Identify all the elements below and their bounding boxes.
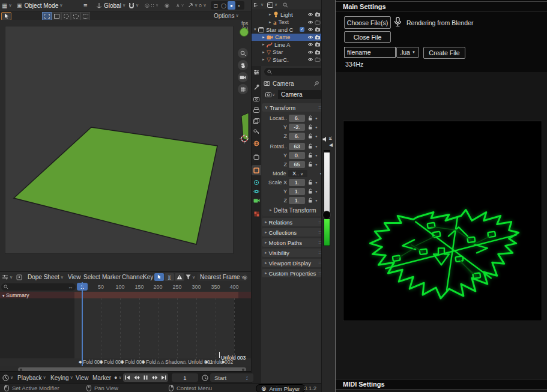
rotation-mode-dropdown[interactable]: X..∨ (288, 170, 308, 177)
disable-render-camera-icon[interactable] (315, 27, 321, 32)
section-collections[interactable]: ▸Collections∷∷ (262, 228, 325, 237)
menu-select[interactable]: Select (83, 272, 100, 282)
section-custom-properties[interactable]: ▸Custom Properties∷∷ (262, 269, 325, 277)
expand-arrow-icon[interactable]: ▸ (262, 50, 267, 55)
disable-render-camera-icon[interactable] (315, 12, 321, 17)
channel-search-input[interactable]: ↔ (1, 283, 76, 291)
expand-arrow-icon[interactable]: ▸ (262, 35, 267, 40)
object-name-field[interactable]: Camera (278, 90, 322, 99)
tab-world[interactable] (252, 138, 261, 148)
proportional-edit-icon[interactable]: ◎∷∨ (145, 0, 159, 11)
tool-variant-extra[interactable] (80, 12, 90, 20)
animate-dot-icon[interactable]: ● (315, 134, 318, 138)
menu-view[interactable]: View (68, 272, 81, 282)
outliner-row-star[interactable]: ▸ ▽ Star (252, 49, 322, 56)
scrollbar-zoom-handle[interactable] (242, 369, 244, 371)
close-icon[interactable]: ⊗ (261, 385, 266, 392)
lock-icon[interactable] (308, 152, 313, 158)
ortho-grid-icon[interactable] (238, 84, 248, 94)
animate-dot-icon[interactable]: ● (315, 181, 318, 184)
lock-icon[interactable] (308, 198, 313, 203)
pan-hand-icon[interactable] (238, 60, 248, 70)
outliner-row-text[interactable]: ▸ a Text (252, 19, 322, 26)
filename-input[interactable] (344, 47, 396, 58)
nav-axis-ball-icon[interactable] (240, 28, 249, 37)
lock-icon[interactable] (308, 143, 313, 149)
hide-channels-toggle[interactable]: ][ (165, 273, 174, 281)
lock-icon[interactable] (308, 188, 313, 194)
marker-label[interactable]: Fold (146, 359, 156, 365)
collapse-arrow-icon[interactable]: ▾ (254, 27, 258, 32)
playhead-line[interactable] (82, 282, 83, 366)
shading-solid-icon[interactable]: ◯ (220, 1, 228, 10)
menu-keying[interactable]: Keying∨ (50, 372, 73, 384)
id-type-dropdown[interactable]: ∨ (262, 90, 278, 99)
jump-to-start-button[interactable] (123, 373, 132, 382)
selected-marker-label[interactable]: Unfold 003 (221, 355, 246, 361)
hide-eye-icon[interactable] (307, 50, 313, 55)
marker-label[interactable]: Shadow (165, 359, 184, 365)
summary-channel-row[interactable]: ▾ Summary (0, 292, 251, 298)
scrollbar-zoom-handle[interactable] (20, 369, 22, 371)
filter-funnel-icon[interactable]: ∨ (186, 272, 195, 282)
only-selected-toggle[interactable] (154, 273, 164, 281)
number-field[interactable]: 1. (289, 188, 305, 195)
keyframe-area[interactable] (0, 298, 251, 358)
expand-arrow-icon[interactable]: ▸ (262, 57, 267, 62)
next-keyframe-button[interactable] (150, 373, 159, 382)
tab-view-layer[interactable] (252, 116, 261, 126)
3d-viewport[interactable]: fps (1) (0, 20, 251, 271)
zoom-icon[interactable] (238, 48, 248, 58)
pivot-point-icon[interactable]: ◉ (165, 0, 169, 11)
shading-wireframe-icon[interactable]: ▢ (212, 1, 220, 10)
menu-channel[interactable]: Channel (122, 272, 144, 282)
section-relations[interactable]: ▸Relations∷∷ (262, 218, 325, 226)
pause-button[interactable] (141, 373, 150, 382)
lock-icon[interactable] (308, 161, 313, 167)
options-dropdown[interactable]: Options∨ (214, 11, 239, 20)
expand-arrow-icon[interactable]: ▸ (262, 42, 267, 47)
gizmo-toggle-icon[interactable]: ∨ (187, 0, 198, 11)
tool-variant-lasso[interactable] (71, 12, 80, 20)
shading-material-icon[interactable]: ● (228, 1, 235, 10)
editor-type-button[interactable]: ∨ (2, 372, 13, 384)
disable-render-camera-icon[interactable] (315, 50, 321, 55)
use-preview-range-clock-icon[interactable] (202, 372, 208, 384)
extension-dropdown[interactable]: .lua ▼ (396, 47, 419, 58)
breadcrumb-label[interactable]: Camera (273, 80, 294, 87)
choose-files-button[interactable]: Choose File(s) (344, 16, 391, 29)
tab-texture[interactable] (252, 209, 261, 219)
lock-icon[interactable] (308, 115, 313, 121)
animate-dot-icon[interactable]: ● (315, 163, 318, 166)
outliner-search-icon[interactable] (283, 2, 288, 8)
green-plane-object[interactable] (14, 127, 217, 244)
menu-playback[interactable]: Playback∨ (17, 372, 46, 384)
disable-render-camera-icon[interactable] (315, 57, 321, 62)
overlays-toggle-icon[interactable]: ○∨ (199, 0, 207, 11)
expand-arrow-icon[interactable]: ▸ (269, 20, 273, 25)
animate-dot-icon[interactable]: ● (315, 125, 318, 129)
marker-camera-triangle-icon[interactable]: △ (157, 360, 160, 364)
menu-key[interactable]: Key (143, 272, 153, 282)
show-errors-toggle[interactable] (175, 273, 184, 281)
number-field[interactable]: 6. (289, 133, 305, 140)
delta-transform-header[interactable]: ▸Delta Transform (268, 207, 316, 214)
lock-icon[interactable] (308, 179, 313, 185)
outliner-filter-image-icon[interactable]: ∨ (267, 0, 277, 10)
tool-variant-tweak[interactable] (42, 12, 52, 20)
section-motion-paths[interactable]: ▸Motion Paths∷∷ (262, 238, 325, 247)
volume-slider-track[interactable] (324, 150, 330, 213)
expand-range-icon[interactable]: ↔ (68, 284, 73, 290)
animate-dot-icon[interactable]: ● (315, 154, 318, 157)
number-field[interactable]: 63 (289, 143, 305, 150)
lock-icon[interactable] (308, 124, 313, 130)
outliner-row-starc[interactable]: ▸ ▽ StarC. (252, 56, 322, 63)
animate-dot-icon[interactable]: ● (315, 116, 318, 120)
outliner-row-line[interactable]: ▸ Line A (252, 41, 322, 48)
editor-type-button[interactable]: ∨ (2, 272, 13, 282)
menu-view[interactable]: View (76, 372, 89, 384)
outliner-row-light[interactable]: ▸ Light (252, 11, 322, 18)
number-field[interactable]: 0. (289, 152, 305, 159)
proportional-toggle-icon[interactable]: ◉ (243, 272, 247, 282)
editor-mode-dropdown[interactable]: Dope Sheet∨ (28, 272, 64, 282)
